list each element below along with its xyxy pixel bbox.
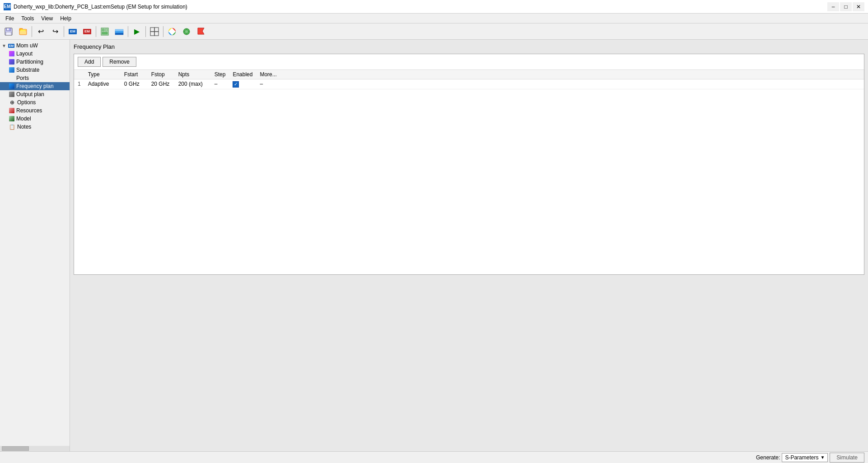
row-num: 1 [74,79,84,89]
sidebar-label-options: Options [17,99,36,106]
window-button[interactable] [148,25,161,38]
undo-button[interactable]: ↩ [34,25,47,38]
flag-button[interactable] [194,25,208,38]
save-button[interactable] [2,25,15,38]
options-icon: ⊕ [9,99,15,106]
separator-4 [128,26,128,37]
sidebar-label-layout: Layout [16,51,33,57]
content-area: Frequency Plan Add Remove Type Fstart Fs… [70,40,868,451]
sidebar-item-partitioning[interactable]: Partitioning [0,58,70,66]
open-button[interactable] [16,25,30,38]
sidebar-label-resources: Resources [16,107,42,114]
layers-button[interactable] [112,25,126,38]
svg-rect-8 [105,29,107,31]
separator-2 [64,26,64,37]
menu-view[interactable]: View [37,14,56,23]
tree-root-label: Mom uW [16,42,38,49]
ports-icon [9,75,14,81]
partitioning-icon [9,59,14,65]
sidebar-label-frequency-plan: Frequency plan [16,83,54,89]
col-header-fstop: Fstop [148,70,175,79]
redo-button[interactable]: ↪ [48,25,62,38]
sidebar-item-ports[interactable]: Ports [0,74,70,82]
root-icon: EM [8,42,14,49]
separator-1 [32,26,32,37]
sidebar-item-output-plan[interactable]: Output plan [0,90,70,98]
sidebar-item-model[interactable]: Model [0,115,70,123]
sidebar-item-resources[interactable]: Resources [0,106,70,115]
cell-npts: 200 (max) [175,79,211,89]
sidebar-item-options[interactable]: ⊕ Options [0,98,70,106]
maximize-button[interactable]: □ [840,2,852,11]
svg-rect-16 [154,32,159,36]
svg-rect-9 [102,32,107,34]
substrate-icon [9,67,14,73]
svg-rect-15 [150,32,154,36]
sidebar-item-frequency-plan[interactable]: Frequency plan [0,82,70,90]
freq-icon [9,83,14,89]
svg-rect-13 [150,28,154,32]
svg-marker-24 [198,28,204,34]
palette-button[interactable] [165,25,179,38]
cell-enabled[interactable]: ✓ [229,79,256,89]
sidebar-label-substrate: Substrate [16,67,39,73]
svg-rect-14 [154,28,159,32]
app-icon: EM [4,3,11,10]
sidebar-item-layout[interactable]: Layout [0,50,70,58]
panel-body: Add Remove Type Fstart Fstop Npts Step [74,54,864,275]
svg-rect-3 [7,28,9,30]
tree-collapse-icon: ▼ [2,43,6,48]
sidebar-label-notes: Notes [17,124,31,130]
title-bar: EM Doherty_wxp_lib:Doherty_PCB_Last:emSe… [0,0,868,14]
separator-5 [145,26,146,37]
col-header-step: Step [211,70,229,79]
svg-rect-11 [115,31,123,33]
menu-file[interactable]: File [2,14,18,23]
generate-value: S-Parameters [785,454,818,461]
col-header-type: Type [84,70,121,79]
layout-view-button[interactable] [98,25,112,38]
generate-label: Generate: [756,454,780,461]
em-setup-button[interactable]: EM [66,25,79,38]
cell-fstart: 0 GHz [121,79,148,89]
remove-button[interactable]: Remove [103,57,136,67]
cell-more: – [256,79,864,89]
sidebar-scrollbar-thumb[interactable] [2,446,29,451]
sidebar-item-substrate[interactable]: Substrate [0,66,70,74]
add-button[interactable]: Add [78,57,101,67]
col-header-more: More... [256,70,864,79]
cell-fstop: 20 GHz [148,79,175,89]
sidebar-scrollbar[interactable] [0,446,70,451]
col-header-npts: Npts [175,70,211,79]
dropdown-arrow-icon: ▼ [820,455,825,460]
em-run-button[interactable]: EM [80,25,94,38]
menu-bar: File Tools View Help [0,14,868,23]
sidebar-label-model: Model [16,116,31,122]
separator-3 [96,26,96,37]
minimize-button[interactable]: – [827,2,839,11]
col-header-num [74,70,84,79]
component-button[interactable] [180,25,193,38]
svg-rect-7 [102,29,104,31]
svg-rect-12 [115,29,123,31]
notes-icon: 📋 [9,124,15,130]
panel-title: Frequency Plan [74,43,864,50]
sidebar-item-notes[interactable]: 📋 Notes [0,123,70,131]
simulate-button[interactable]: Simulate [830,453,864,463]
tree-root[interactable]: ▼ EM Mom uW [0,42,70,50]
table-container[interactable]: Type Fstart Fstop Npts Step Enabled More… [74,70,864,274]
status-bar: Generate: S-Parameters ▼ Simulate [0,451,868,463]
menu-help[interactable]: Help [56,14,75,23]
table-row[interactable]: 1 Adaptive 0 GHz 20 GHz 200 (max) – ✓ – [74,79,864,89]
menu-tools[interactable]: Tools [18,14,37,23]
close-button[interactable]: ✕ [853,2,864,11]
run-button[interactable]: ▶ [130,25,144,38]
separator-6 [163,26,163,37]
col-header-enabled: Enabled [229,70,256,79]
window-controls: – □ ✕ [827,2,864,11]
generate-dropdown[interactable]: S-Parameters ▼ [782,453,828,462]
main-area: ▼ EM Mom uW Layout Partitioning Substrat… [0,40,868,451]
svg-rect-2 [6,32,11,35]
output-icon [9,92,14,97]
enabled-checkbox[interactable]: ✓ [233,81,239,88]
